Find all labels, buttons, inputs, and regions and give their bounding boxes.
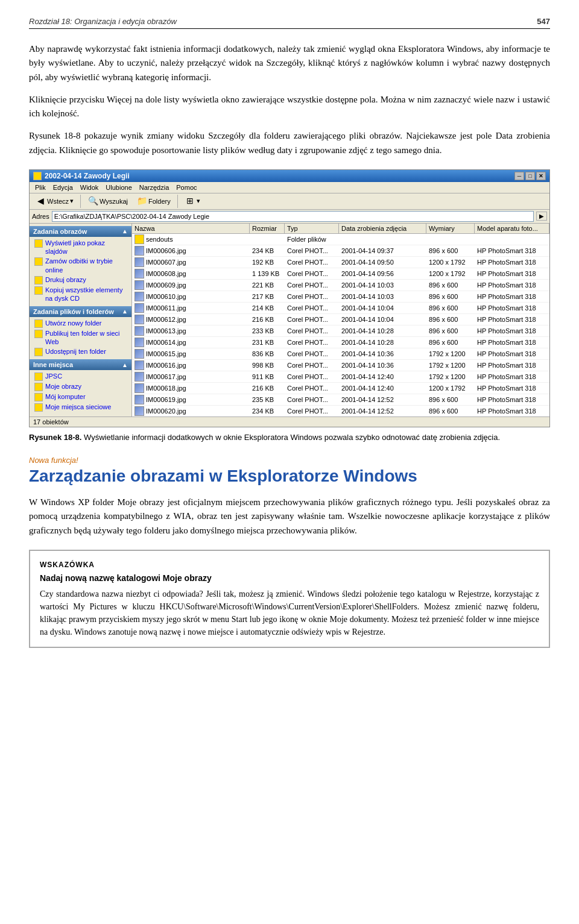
section-tasks-label: Zadania obrazów <box>33 228 87 235</box>
section-file-tasks-label: Zadania plików i folderów <box>33 308 114 315</box>
file-row[interactable]: IM000613.jpg 233 KB Corel PHOT... 2001-0… <box>132 325 549 337</box>
file-name: IM000609.jpg <box>146 281 186 289</box>
file-row[interactable]: IM000612.jpg 216 KB Corel PHOT... 2001-0… <box>132 314 549 325</box>
address-go-button[interactable]: ▶ <box>536 212 547 221</box>
file-dims: 896 x 600 <box>426 304 475 312</box>
col-name[interactable]: Nazwa <box>132 224 250 233</box>
file-row[interactable]: IM000610.jpg 217 KB Corel PHOT... 2001-0… <box>132 291 549 303</box>
file-dims: 896 x 600 <box>426 338 475 347</box>
place-my-computer-label: Mój komputer <box>45 392 86 401</box>
file-dims: 896 x 600 <box>426 315 475 324</box>
section-header-file-tasks[interactable]: Zadania plików i folderów ▲ <box>30 306 131 317</box>
maximize-button[interactable]: □ <box>525 172 535 180</box>
task-order-prints-label: Zamów odbitki w trybie online <box>45 257 127 274</box>
file-row[interactable]: IM000615.jpg 836 KB Corel PHOT... 2001-0… <box>132 348 549 360</box>
col-date[interactable]: Data zrobienia zdjęcia <box>339 224 426 233</box>
task-new-folder[interactable]: Utwórz nowy folder <box>30 318 131 328</box>
file-size: 221 KB <box>250 281 285 289</box>
col-type[interactable]: Typ <box>285 224 339 233</box>
search-button[interactable]: 🔍 Wyszukaj <box>84 195 131 208</box>
file-row[interactable]: IM000608.jpg 1 139 KB Corel PHOT... 2001… <box>132 268 549 280</box>
place-network[interactable]: Moje miejsca sieciowe <box>30 402 131 412</box>
window-controls[interactable]: ─ □ ✕ <box>514 172 546 180</box>
file-model: HP PhotoSmart 318 <box>475 315 549 324</box>
file-row[interactable]: IM000611.jpg 214 KB Corel PHOT... 2001-0… <box>132 303 549 314</box>
file-type: Corel PHOT... <box>285 372 339 381</box>
image-icon <box>134 395 144 404</box>
views-icon: ⊞ <box>185 196 195 207</box>
file-row[interactable]: IM000609.jpg 221 KB Corel PHOT... 2001-0… <box>132 280 549 291</box>
minimize-button[interactable]: ─ <box>514 172 524 180</box>
back-icon: ◀ <box>35 196 46 207</box>
menu-ulubione[interactable]: Ulubione <box>103 183 134 192</box>
file-row[interactable]: IM000620.jpg 234 KB Corel PHOT... 2001-0… <box>132 406 549 416</box>
collapse-file-tasks-button[interactable]: ▲ <box>122 308 128 315</box>
chapter-label: Rozdział 18: Organizacja i edycja obrazó… <box>29 17 177 26</box>
file-type: Folder plików <box>285 235 339 244</box>
col-model[interactable]: Model aparatu foto... <box>475 224 549 233</box>
file-name-cell: IM000609.jpg <box>132 280 250 291</box>
views-button[interactable]: ⊞ ▾ <box>182 195 203 208</box>
collapse-tasks-button[interactable]: ▲ <box>122 228 128 234</box>
section-header-places[interactable]: Inne miejsca ▲ <box>30 359 131 370</box>
file-name: IM000610.jpg <box>146 293 186 300</box>
col-size[interactable]: Rozmiar <box>250 224 285 233</box>
place-my-images[interactable]: Moje obrazy <box>30 382 131 392</box>
status-text: 17 obiektów <box>33 418 69 426</box>
file-row[interactable]: IM000618.jpg 216 KB Corel PHOT... 2001-0… <box>132 383 549 394</box>
menu-plik[interactable]: Plik <box>32 183 49 192</box>
task-order-prints[interactable]: Zamów odbitki w trybie online <box>30 256 131 275</box>
tip-subtitle: Nadaj nową nazwę katalogowi Moje obrazy <box>40 573 539 583</box>
menu-pomoc[interactable]: Pomoc <box>173 183 200 192</box>
file-size: 998 KB <box>250 361 285 369</box>
file-name-cell: IM000614.jpg <box>132 337 250 348</box>
file-row[interactable]: IM000616.jpg 998 KB Corel PHOT... 2001-0… <box>132 360 549 371</box>
file-type: Corel PHOT... <box>285 395 339 404</box>
col-dims[interactable]: Wymiary <box>426 224 475 233</box>
folders-button[interactable]: 📁 Foldery <box>133 195 174 208</box>
file-row[interactable]: IM000614.jpg 231 KB Corel PHOT... 2001-0… <box>132 337 549 348</box>
place-my-computer[interactable]: Mój komputer <box>30 392 131 402</box>
task-slideshow[interactable]: Wyświetl jako pokaz slajdów <box>30 238 131 257</box>
file-date: 2001-04-14 09:56 <box>339 269 426 278</box>
file-date: 2001-04-14 10:36 <box>339 361 426 369</box>
file-row[interactable]: IM000606.jpg 234 KB Corel PHOT... 2001-0… <box>132 245 549 257</box>
file-size: 234 KB <box>250 247 285 255</box>
caption-text: Wyświetlanie informacji dodatkowych w ok… <box>84 433 500 442</box>
collapse-places-button[interactable]: ▲ <box>122 362 128 368</box>
address-input[interactable] <box>52 211 534 222</box>
back-label: Wstecz <box>47 198 69 205</box>
image-icon <box>134 269 144 278</box>
image-icon <box>134 246 144 256</box>
tip-text: Czy standardowa nazwa niezbyt ci odpowia… <box>40 588 539 638</box>
place-jpsc-label: JPSC <box>45 372 62 380</box>
file-name: IM000613.jpg <box>146 327 186 335</box>
file-type: Corel PHOT... <box>285 281 339 289</box>
file-size: 233 KB <box>250 327 285 335</box>
file-row[interactable]: IM000617.jpg 911 KB Corel PHOT... 2001-0… <box>132 371 549 383</box>
task-share[interactable]: Udostępnij ten folder <box>30 347 131 357</box>
file-row[interactable]: sendouts Folder plików <box>132 234 549 245</box>
file-row[interactable]: IM000619.jpg 235 KB Corel PHOT... 2001-0… <box>132 394 549 406</box>
section-header-tasks[interactable]: Zadania obrazów ▲ <box>30 226 131 237</box>
file-name-cell: IM000615.jpg <box>132 348 250 359</box>
menu-bar: Plik Edycja Widok Ulubione Narzędzia Pom… <box>30 182 549 193</box>
close-button[interactable]: ✕ <box>536 172 546 180</box>
back-button[interactable]: ◀ Wstecz ▾ <box>32 195 77 208</box>
place-jpsc[interactable]: JPSC <box>30 371 131 382</box>
file-name-cell: IM000610.jpg <box>132 291 250 302</box>
menu-widok[interactable]: Widok <box>77 183 102 192</box>
task-publish-web[interactable]: Publikuj ten folder w sieci Web <box>30 328 131 347</box>
task-copy-cd[interactable]: Kopiuj wszystkie elementy na dysk CD <box>30 285 131 304</box>
image-icon <box>134 406 144 416</box>
windows-explorer-screenshot: 2002-04-14 Zawody Legii ─ □ ✕ Plik Edycj… <box>29 169 550 427</box>
file-rows: sendouts Folder plików (function() { con… <box>132 234 549 416</box>
file-date: 2001-04-14 12:52 <box>339 395 426 404</box>
file-row[interactable]: IM000607.jpg 192 KB Corel PHOT... 2001-0… <box>132 257 549 268</box>
task-print[interactable]: Drukuj obrazy <box>30 275 131 285</box>
file-model: HP PhotoSmart 318 <box>475 327 549 335</box>
file-model: HP PhotoSmart 318 <box>475 304 549 312</box>
menu-narzedzia[interactable]: Narzędzia <box>136 183 172 192</box>
file-name-cell: IM000612.jpg <box>132 314 250 325</box>
menu-edycja[interactable]: Edycja <box>50 183 76 192</box>
